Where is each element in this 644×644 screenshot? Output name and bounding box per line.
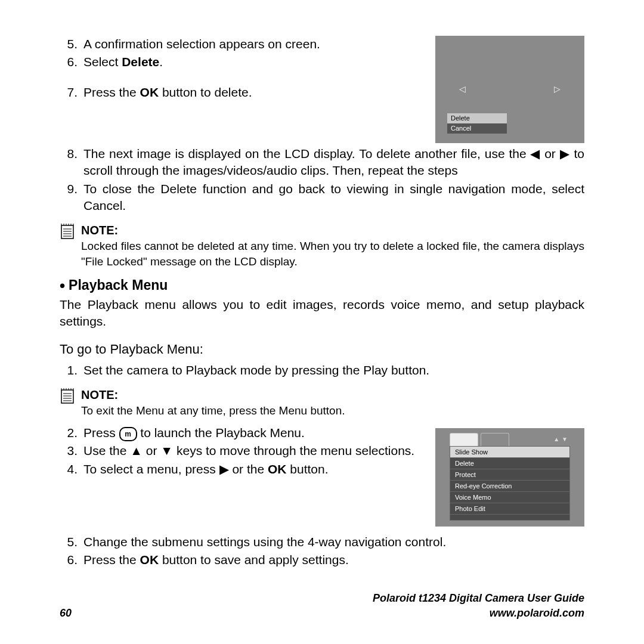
note-block-2: NOTE: To exit the Menu at any time, pres… — [60, 387, 584, 419]
delete-option-selected: Delete — [447, 113, 507, 123]
pb-step-1: 1. Set the camera to Playback mode by pr… — [60, 362, 584, 379]
delete-confirm-figure: ◁ ▷ Delete Cancel — [435, 36, 584, 143]
note-text: Locked files cannot be deleted at any ti… — [81, 239, 584, 269]
footer-url: www.polaroid.com — [373, 606, 584, 620]
note-text: To exit the Menu at any time, press the … — [81, 403, 584, 419]
svg-rect-11 — [61, 390, 73, 403]
subheading: To go to Playback Menu: — [60, 340, 584, 358]
step-9: 9. To close the Delete function and go b… — [60, 181, 584, 215]
svg-rect-0 — [61, 225, 73, 239]
menu-item: Protect — [450, 469, 569, 481]
cancel-option: Cancel — [447, 123, 507, 134]
menu-item: Voice Memo — [450, 492, 569, 503]
menu-item: Slide Show — [450, 447, 569, 458]
note-block-1: NOTE: Locked files cannot be deleted at … — [60, 222, 584, 269]
nav-right-icon: ▷ — [554, 83, 561, 95]
menu-item: Photo Edit — [450, 503, 569, 515]
footer-title: Polaroid t1234 Digital Camera User Guide — [373, 591, 584, 605]
step-7: 7. Press the OK button to delete. — [60, 84, 420, 101]
bullet-icon: • — [60, 277, 65, 295]
menu-list: Slide Show Delete Protect Red-eye Correc… — [450, 446, 570, 521]
step-8: 8. The next image is displayed on the LC… — [60, 145, 584, 179]
step-5: 5. A confirmation selection appears on c… — [60, 36, 420, 52]
pb-step-2: 2. Press m to launch the Playback Menu. — [60, 425, 420, 441]
section-intro: The Playback menu allows you to edit ima… — [60, 296, 584, 330]
menu-item: Red-eye Correction — [450, 481, 569, 492]
page-number: 60 — [60, 606, 72, 620]
playback-menu-figure: ▲▼ Slide Show Delete Protect Red-eye Cor… — [435, 428, 584, 527]
nav-left-icon: ◁ — [459, 83, 466, 95]
pb-step-5: 5. Change the submenu settings using the… — [60, 534, 584, 550]
section-heading: •Playback Menu — [60, 275, 584, 296]
note-label: NOTE: — [81, 222, 584, 239]
pb-step-4: 4. To select a menu, press ▶ or the OK b… — [60, 461, 420, 478]
notepad-icon — [60, 387, 75, 405]
step-6: 6. Select Delete. — [60, 54, 420, 70]
scroll-indicator-icon: ▲▼ — [553, 435, 570, 444]
menu-button-icon: m — [119, 427, 137, 441]
pb-step-3: 3. Use the ▲ or ▼ keys to move through t… — [60, 442, 420, 459]
note-label: NOTE: — [81, 387, 584, 403]
menu-item: Delete — [450, 458, 569, 469]
pb-step-6: 6. Press the OK button to save and apply… — [60, 552, 584, 568]
menu-tab — [481, 433, 509, 446]
menu-tab-active — [450, 433, 478, 446]
page-footer: 60 Polaroid t1234 Digital Camera User Gu… — [60, 591, 584, 620]
notepad-icon — [60, 222, 75, 240]
